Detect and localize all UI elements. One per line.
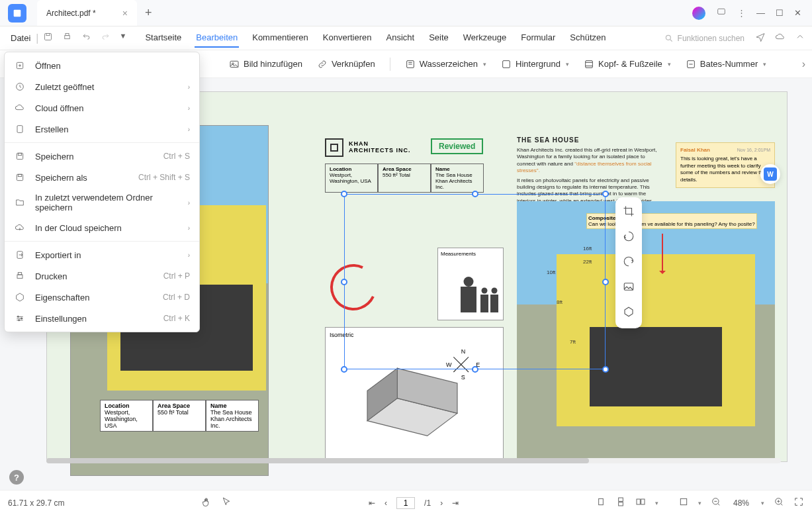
svg-rect-32: [17, 126, 23, 133]
menu-export[interactable]: Exportiert in›: [5, 244, 199, 265]
menu-save-cloud[interactable]: In der Cloud speichern›: [5, 217, 199, 238]
prev-page-icon[interactable]: ‹: [384, 498, 387, 508]
fit-width-icon[interactable]: [678, 496, 689, 509]
minimize-button[interactable]: —: [756, 8, 765, 18]
left-info-table: LocationWestport, Washington, USA Area S…: [100, 400, 259, 432]
tool-link[interactable]: Verknüpfen: [313, 56, 379, 72]
image-edit-toolbar: [615, 197, 642, 328]
svg-text:S: S: [461, 374, 465, 381]
svg-point-42: [21, 318, 23, 319]
reviewed-stamp: Reviewed: [431, 138, 483, 154]
help-button[interactable]: ?: [9, 470, 24, 485]
menu-save-as[interactable]: Speichern alsCtrl + Shift + S: [5, 167, 199, 188]
cloud-upload-icon[interactable]: [775, 32, 786, 45]
svg-rect-10: [503, 60, 510, 68]
more-icon[interactable]: ⋮: [737, 8, 746, 18]
zoom-out-icon[interactable]: [711, 496, 721, 509]
toolbar-scroll-right-icon[interactable]: ›: [802, 58, 805, 70]
redo-icon[interactable]: [101, 32, 111, 44]
horizontal-scrollbar[interactable]: [46, 458, 781, 463]
mid-info-table: LocationWestport, Washington, USA Area S…: [325, 164, 484, 193]
comment-note[interactable]: Faisal KhanNov 16, 2:01PM This is lookin…: [676, 142, 775, 188]
svg-rect-38: [17, 275, 23, 278]
menu-save[interactable]: SpeichernCtrl + S: [5, 146, 199, 167]
qat-dropdown-icon[interactable]: ▼: [120, 32, 127, 44]
extract-icon[interactable]: [623, 306, 635, 320]
fullscreen-icon[interactable]: [793, 496, 804, 509]
tool-header-footer[interactable]: Kopf- & Fußzeile▾: [580, 56, 675, 72]
collapse-ribbon-icon[interactable]: [795, 32, 805, 45]
tool-bates[interactable]: Bates-Nummer▾: [682, 56, 770, 72]
tool-background[interactable]: Hintergrund▾: [497, 56, 573, 72]
chat-icon[interactable]: [716, 7, 727, 19]
selection-box[interactable]: [344, 194, 606, 369]
menu-open[interactable]: Öffnen: [5, 55, 199, 76]
tab-kommentieren[interactable]: Kommentieren: [251, 28, 310, 48]
svg-rect-45: [619, 498, 623, 501]
function-search[interactable]: Funktionen suchen: [664, 34, 744, 43]
svg-rect-44: [599, 498, 604, 504]
crop-icon[interactable]: [623, 205, 635, 220]
zoom-level: 48%: [733, 498, 749, 508]
page-total: /1: [424, 498, 431, 508]
menu-recent[interactable]: Zuletzt geöffnet›: [5, 76, 199, 97]
hand-tool-icon[interactable]: [201, 496, 212, 509]
close-tab-icon[interactable]: ×: [122, 8, 128, 19]
rotate-left-icon[interactable]: [623, 230, 635, 245]
word-export-badge[interactable]: W: [760, 164, 780, 184]
rotate-right-icon[interactable]: [623, 256, 635, 270]
save-icon[interactable]: [43, 32, 53, 44]
close-window-button[interactable]: ✕: [794, 8, 801, 18]
menu-create[interactable]: Erstellen›: [5, 118, 199, 140]
replace-image-icon[interactable]: [623, 281, 635, 295]
menu-cloud-open[interactable]: Cloud öffnen›: [5, 97, 199, 118]
new-tab-button[interactable]: +: [145, 6, 152, 20]
tab-seite[interactable]: Seite: [428, 28, 450, 48]
tab-ansicht[interactable]: Ansicht: [384, 28, 416, 48]
last-page-icon[interactable]: ⇥: [452, 498, 459, 508]
menu-print[interactable]: DruckenCtrl + P: [5, 265, 199, 287]
file-menu-button[interactable]: Datei: [7, 30, 34, 46]
svg-rect-39: [18, 273, 21, 275]
red-arrow-markup[interactable]: [662, 234, 663, 273]
svg-rect-5: [66, 34, 69, 36]
view-continuous-icon[interactable]: [615, 496, 626, 509]
svg-rect-48: [641, 499, 645, 504]
maximize-button[interactable]: ☐: [776, 8, 784, 18]
tab-schuetzen[interactable]: Schützen: [568, 28, 607, 48]
title-bar: Architect.pdf * × + ⋮ — ☐ ✕: [0, 0, 812, 26]
tab-werkzeuge[interactable]: Werkzeuge: [462, 28, 508, 48]
menu-settings[interactable]: EinstellungenCtrl + K: [5, 308, 199, 329]
next-page-icon[interactable]: ›: [440, 498, 443, 508]
user-avatar-icon[interactable]: [692, 7, 705, 20]
svg-rect-47: [637, 499, 640, 504]
select-tool-icon[interactable]: [221, 496, 232, 509]
tab-startseite[interactable]: Startseite: [144, 28, 183, 48]
page-dimensions: 61.71 x 29.7 cm: [8, 498, 64, 508]
zoom-in-icon[interactable]: [774, 496, 784, 509]
view-facing-icon[interactable]: [635, 496, 646, 509]
svg-rect-34: [18, 153, 21, 155]
svg-rect-0: [14, 9, 21, 17]
svg-rect-2: [44, 34, 51, 40]
svg-rect-11: [586, 60, 593, 68]
send-icon[interactable]: [755, 32, 766, 45]
first-page-icon[interactable]: ⇤: [369, 498, 375, 508]
svg-rect-3: [46, 34, 50, 36]
tab-konvertieren[interactable]: Konvertieren: [322, 28, 373, 48]
page-input[interactable]: [396, 497, 415, 509]
menu-save-recent-folder[interactable]: In zuletzt verwendetem Ordner speichern›: [5, 188, 199, 217]
svg-point-41: [17, 316, 19, 317]
tool-add-image[interactable]: Bild hinzufügen: [225, 56, 306, 72]
menu-properties[interactable]: EigenschaftenCtrl + D: [5, 287, 199, 308]
document-tab[interactable]: Architect.pdf * ×: [37, 0, 137, 26]
view-single-icon[interactable]: [596, 496, 606, 509]
tab-formular[interactable]: Formular: [519, 28, 557, 48]
tool-watermark[interactable]: Wasserzeichen▾: [401, 56, 490, 72]
print-icon[interactable]: [62, 32, 72, 44]
undo-icon[interactable]: [81, 32, 91, 44]
svg-rect-46: [619, 502, 623, 506]
tab-bearbeiten[interactable]: Bearbeiten: [195, 28, 239, 48]
annotation-composite[interactable]: Composite vs. WoodCan we look into what …: [586, 213, 757, 229]
svg-marker-29: [625, 307, 633, 316]
